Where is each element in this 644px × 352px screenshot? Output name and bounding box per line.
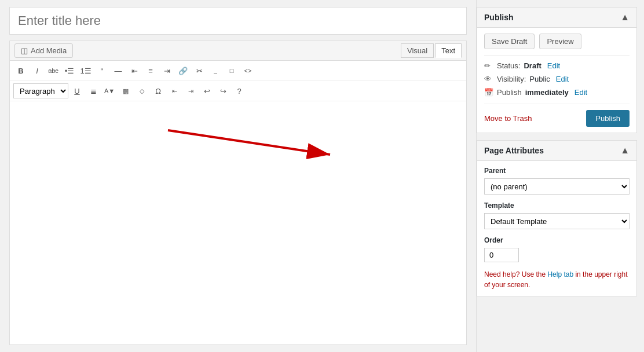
- visibility-value: Public: [529, 75, 550, 83]
- font-color-button[interactable]: A▼: [102, 83, 117, 98]
- blockquote-button[interactable]: “: [94, 63, 109, 78]
- strikethrough-button[interactable]: abc: [46, 63, 61, 78]
- tab-text[interactable]: Text: [435, 43, 462, 58]
- save-draft-button[interactable]: Save Draft: [484, 34, 535, 49]
- post-title-input[interactable]: [9, 7, 467, 35]
- status-value: Draft: [524, 61, 541, 70]
- tab-visual[interactable]: Visual: [401, 43, 434, 58]
- page-attributes-body: Parent (no parent) Template Default Temp…: [477, 161, 636, 296]
- editor-content[interactable]: [10, 101, 466, 344]
- media-icon: ◫: [21, 46, 28, 55]
- indent-button[interactable]: ⇥: [183, 83, 198, 98]
- schedule-label: Publish: [497, 88, 522, 97]
- publish-panel: Publish ▲ Save Draft Preview ✏ Status: D…: [477, 7, 637, 133]
- hr-button[interactable]: —: [111, 63, 126, 78]
- order-label: Order: [484, 236, 630, 244]
- underline-button[interactable]: U: [69, 83, 85, 98]
- publish-footer: Move to Trash Publish: [484, 104, 630, 127]
- status-icon: ✏: [484, 61, 493, 70]
- unlink-button[interactable]: ✂: [192, 63, 207, 78]
- align-left-button[interactable]: ⇤: [127, 63, 142, 78]
- status-edit-link[interactable]: Edit: [547, 61, 560, 70]
- toggle-html-button[interactable]: <>: [240, 63, 255, 78]
- visibility-row: 👁 Visibility: Public Edit: [484, 75, 630, 83]
- insert-link-button[interactable]: 🔗: [175, 63, 191, 78]
- schedule-value: immediately: [525, 88, 569, 97]
- clear-format-button[interactable]: ◇: [134, 83, 149, 98]
- page-attributes-title: Page Attributes: [484, 146, 544, 155]
- align-center-button[interactable]: ≡: [143, 63, 158, 78]
- view-tabs: Visual Text: [401, 43, 462, 58]
- status-label: Status:: [497, 61, 520, 70]
- align-right-button[interactable]: ⇥: [159, 63, 174, 78]
- paste-word-button[interactable]: ▩: [118, 83, 133, 98]
- bold-button[interactable]: B: [13, 63, 28, 78]
- justify-button[interactable]: ≣: [86, 83, 101, 98]
- publish-panel-header: Publish ▲: [477, 8, 636, 28]
- undo-button[interactable]: ↩: [199, 83, 214, 98]
- unordered-list-button[interactable]: •​☰: [62, 63, 77, 78]
- visibility-label: Visibility:: [497, 75, 526, 83]
- add-media-label: Add Media: [31, 46, 67, 55]
- toolbar-row-2: Paragraph Heading 1 Heading 2 Heading 3 …: [10, 81, 466, 101]
- parent-select[interactable]: (no parent): [484, 178, 630, 195]
- paragraph-format-select[interactable]: Paragraph Heading 1 Heading 2 Heading 3: [13, 83, 68, 98]
- insert-more-button[interactable]: ⎯: [208, 63, 223, 78]
- status-row: ✏ Status: Draft Edit: [484, 61, 630, 70]
- visibility-icon: 👁: [484, 75, 493, 83]
- sidebar: Publish ▲ Save Draft Preview ✏ Status: D…: [476, 0, 644, 352]
- toolbar-row-1: B I abc •​☰ 1☰ “ — ⇤ ≡ ⇥ 🔗 ✂ ⎯ □ <>: [10, 61, 466, 81]
- publish-panel-body: Save Draft Preview ✏ Status: Draft Edit …: [477, 28, 636, 133]
- add-media-button[interactable]: ◫ Add Media: [14, 43, 73, 58]
- template-select[interactable]: Default Template: [484, 213, 630, 229]
- page-attributes-panel: Page Attributes ▲ Parent (no parent) Tem…: [477, 140, 637, 296]
- help-text: Need help? Use the Help tab in the upper…: [484, 269, 630, 290]
- publish-panel-title: Publish: [484, 13, 514, 22]
- help-button[interactable]: ?: [232, 83, 247, 98]
- preview-button[interactable]: Preview: [539, 34, 581, 49]
- visibility-edit-link[interactable]: Edit: [556, 75, 569, 83]
- fullscreen-button[interactable]: □: [224, 63, 239, 78]
- schedule-row: 📅 Publish immediately Edit: [484, 88, 630, 97]
- parent-label: Parent: [484, 167, 630, 175]
- page-attributes-toggle[interactable]: ▲: [620, 145, 630, 156]
- italic-button[interactable]: I: [30, 63, 45, 78]
- order-input[interactable]: [484, 248, 519, 262]
- help-tab-link[interactable]: Help tab: [547, 270, 573, 278]
- outdent-button[interactable]: ⇤: [167, 83, 182, 98]
- template-label: Template: [484, 201, 630, 210]
- page-attributes-header: Page Attributes ▲: [477, 141, 636, 161]
- publish-button[interactable]: Publish: [586, 110, 630, 127]
- schedule-icon: 📅: [484, 88, 493, 97]
- publish-actions: Save Draft Preview: [484, 34, 630, 49]
- ordered-list-button[interactable]: 1☰: [78, 63, 93, 78]
- move-to-trash-button[interactable]: Move to Trash: [484, 114, 532, 123]
- redo-button[interactable]: ↪: [215, 83, 230, 98]
- special-char-button[interactable]: Ω: [151, 83, 166, 98]
- publish-meta: ✏ Status: Draft Edit 👁 Visibility: Publi…: [484, 55, 630, 127]
- editor-topbar: ◫ Add Media Visual Text: [10, 41, 466, 61]
- editor-panel: ◫ Add Media Visual Text B I abc •​☰ 1☰ “…: [0, 0, 476, 352]
- publish-panel-toggle[interactable]: ▲: [620, 12, 630, 23]
- schedule-edit-link[interactable]: Edit: [575, 88, 587, 97]
- editor-container: ◫ Add Media Visual Text B I abc •​☰ 1☰ “…: [9, 41, 467, 345]
